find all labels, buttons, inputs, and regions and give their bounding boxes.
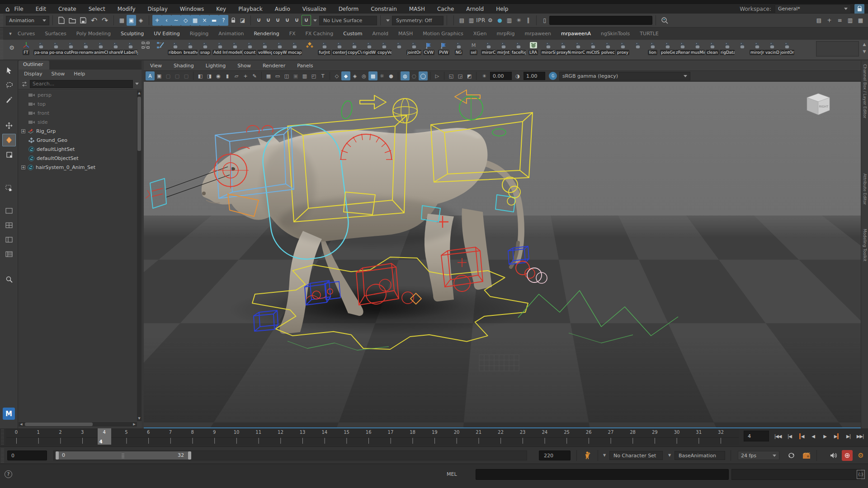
shelf-item-modelc[interactable]: modelC xyxy=(227,41,242,55)
grease-pencil-icon[interactable]: ✎ xyxy=(250,71,259,80)
chevron-down-icon[interactable] xyxy=(135,83,139,85)
outliner-item-persp[interactable]: persp xyxy=(19,90,137,99)
shelf-item-mirorjr[interactable]: mirorJr xyxy=(750,41,764,55)
magnet-curve-icon[interactable]: ∩ xyxy=(264,15,273,26)
render-settings-icon[interactable]: ⚙ xyxy=(486,15,495,26)
snapshot-paste-icon[interactable]: ◲ xyxy=(456,71,465,80)
crop-region-icon[interactable]: ◩ xyxy=(465,71,474,80)
animation-preferences-icon[interactable]: ⚙ xyxy=(855,450,866,461)
shelf-tab-mrprig[interactable]: mrpRig xyxy=(497,31,515,37)
play-forwards-button[interactable]: ▶ xyxy=(819,430,830,442)
safe-action-icon[interactable]: ◰ xyxy=(309,71,318,80)
select-by-component-icon[interactable]: ◈ xyxy=(136,15,146,26)
step-forward-frame-button[interactable]: ▶| xyxy=(843,430,854,442)
paint-selection-tool[interactable] xyxy=(2,93,16,106)
shelf-item-clean[interactable]: clean xyxy=(705,41,720,55)
outliner-item-defaultlightset[interactable]: defaultLightSet xyxy=(19,145,137,154)
shelf-item-pa-snap[interactable]: pa-snap xyxy=(33,41,48,55)
shelf-tab-rigging[interactable]: Rigging xyxy=(190,31,209,37)
colorspace-dropdown[interactable]: sRGB gamma (legacy) xyxy=(559,72,690,80)
menu-key[interactable]: Key xyxy=(216,6,226,12)
shelf-tab-surfaces[interactable]: Surfaces xyxy=(45,31,66,37)
menu-deform[interactable]: Deform xyxy=(339,6,359,12)
shelf-tab-mash[interactable]: MASH xyxy=(398,31,413,37)
sphere-control[interactable] xyxy=(393,99,417,123)
selection-mode-4-icon[interactable]: ▢ xyxy=(182,71,191,80)
symmetry-field[interactable]: Symmetry: Off xyxy=(392,16,443,25)
shelf-item-labelty[interactable]: LabelTy xyxy=(123,41,138,55)
3d-scene[interactable]: RIGHT xyxy=(144,82,861,427)
attribute-editor-toggle-icon[interactable]: ▥ xyxy=(845,15,855,26)
animation-start-field[interactable]: 0 xyxy=(7,450,47,460)
textured-mode-icon[interactable]: ◈ xyxy=(350,71,359,80)
shelf-item-sel[interactable]: Msel xyxy=(466,41,481,55)
selection-mode-3-icon[interactable]: ▢ xyxy=(173,71,182,80)
shelf-tab-mrpaweena[interactable]: mrpaweenA xyxy=(561,31,591,37)
live-surface-field[interactable]: No Live Surface xyxy=(319,16,377,25)
channel-box-toggle-icon[interactable]: ≡ xyxy=(835,15,844,26)
panel-tab-channel-box-layer-editor[interactable]: Channel Box / Layer Editor xyxy=(863,64,867,118)
shelf-item-mictls[interactable]: miCtlS xyxy=(585,41,600,55)
menu-windows[interactable]: Windows xyxy=(180,6,204,12)
menu-select[interactable]: Select xyxy=(89,6,105,12)
menu-constrain[interactable]: Constrain xyxy=(371,6,397,12)
menu-arnold[interactable]: Arnold xyxy=(466,6,484,12)
shelf-item-python[interactable] xyxy=(392,41,406,55)
current-frame-marker[interactable]: 4 4 xyxy=(98,428,111,445)
shelf-tab-fx[interactable]: FX xyxy=(289,31,296,37)
layout-split-pane[interactable] xyxy=(2,233,16,246)
outliner-item-hairsystem-0-anim-set[interactable]: +hairSystem_0_Anim_Set xyxy=(19,163,137,172)
exposure-field[interactable]: 0.00 xyxy=(490,72,512,80)
menu-file[interactable]: File xyxy=(14,6,24,12)
shelf-scrollbar[interactable]: ▲▼ xyxy=(861,40,868,54)
open-scene-button[interactable] xyxy=(67,15,78,26)
small-green-ellipse[interactable] xyxy=(492,129,506,136)
shelf-item-ft[interactable]: FT xyxy=(19,41,33,55)
shelf-item-polege[interactable]: poleGe xyxy=(660,41,675,55)
snap-to-curve-icon[interactable]: ‹ xyxy=(162,15,171,26)
shelf-item-mirorsl[interactable]: mirorSl xyxy=(541,41,556,55)
layout-single-pane[interactable] xyxy=(2,204,16,217)
layout-four-pane[interactable] xyxy=(2,219,16,231)
menu-cache[interactable]: Cache xyxy=(437,6,454,12)
wireframe-mode-icon[interactable]: ◇ xyxy=(332,71,341,80)
go-to-end-button[interactable]: ▶▶| xyxy=(854,430,866,442)
camera-attributes-icon[interactable]: ◉ xyxy=(214,71,223,80)
chevron-down-icon[interactable] xyxy=(386,19,390,22)
scroll-down-icon[interactable]: ▼ xyxy=(137,416,142,421)
shelf-tab-animation[interactable]: Animation xyxy=(218,31,244,37)
playback-range-bar[interactable]: 0 32 xyxy=(56,451,191,460)
shelf-item-lra[interactable]: LRA xyxy=(526,41,541,55)
shelf-tab-poly-modeling[interactable]: Poly Modeling xyxy=(76,31,111,37)
auto-keyframe-toggle[interactable] xyxy=(842,450,853,461)
redo-button[interactable]: ↷ xyxy=(99,15,110,26)
outliner-item-side[interactable]: side xyxy=(19,117,137,127)
shaded-mode-icon[interactable]: ◆ xyxy=(341,71,350,80)
shelf-item-zrenam[interactable]: zRenam xyxy=(675,41,690,55)
shelf-item-python[interactable] xyxy=(630,41,645,55)
shelf-item-proxyn[interactable]: proxyN xyxy=(556,41,571,55)
shelf-item-diamond[interactable] xyxy=(302,41,317,55)
ground-curve-green[interactable] xyxy=(518,291,678,336)
shelf-item-pvw[interactable]: PVW xyxy=(436,41,451,55)
expand-icon[interactable]: + xyxy=(21,129,25,133)
shelf-item-rigdata[interactable]: rigData xyxy=(720,41,735,55)
menu-visualize[interactable]: Visualize xyxy=(302,6,326,12)
checker-display-icon[interactable]: ▩ xyxy=(368,71,377,80)
view-cube[interactable]: RIGHT xyxy=(805,92,833,117)
shelf-item-add-inf[interactable]: Add Inf xyxy=(212,41,227,55)
field-chart-icon[interactable]: ▥ xyxy=(300,71,309,80)
select-by-object-icon[interactable]: ▣ xyxy=(127,15,136,26)
select-highlight-icon[interactable]: ▣ xyxy=(155,71,164,80)
expand-icon[interactable]: + xyxy=(21,165,25,169)
menu-display[interactable]: Display xyxy=(148,6,168,12)
shelf-grip[interactable] xyxy=(0,28,3,40)
shelf-tab-ngskintools[interactable]: ngSkinTools xyxy=(601,31,630,37)
shelf-tab-sculpting[interactable]: Sculpting xyxy=(121,31,144,37)
anti-aliasing-toggle[interactable]: ◯ xyxy=(419,71,428,80)
outliner-item-front[interactable]: front xyxy=(19,108,137,117)
chevron-down-icon[interactable]: ▼ xyxy=(668,453,671,457)
shelf-item-rename[interactable]: rename xyxy=(78,41,93,55)
range-slider-track[interactable]: 0 32 xyxy=(53,450,527,460)
outliner-item-defaultobjectset[interactable]: defaultObjectSet xyxy=(19,154,137,163)
